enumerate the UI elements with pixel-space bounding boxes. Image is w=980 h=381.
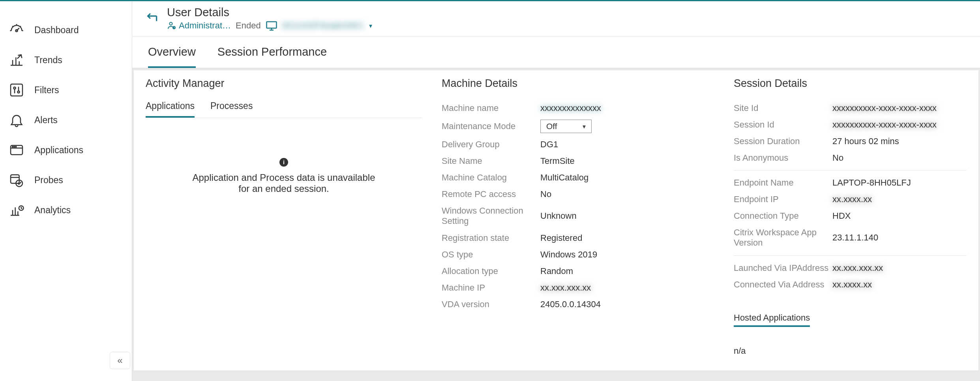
kv-value: Registered	[540, 233, 714, 243]
header-sub: Administrat… Ended I0/1XASP3xiab/v5KC ▾	[167, 21, 372, 31]
sidebar-item-trends[interactable]: Trends	[0, 45, 132, 75]
kv-remote-pc: Remote PC access No	[442, 186, 714, 203]
kv-label: Connection Type	[734, 211, 832, 221]
empty-line1: Application and Process data is unavaila…	[193, 172, 375, 183]
kv-label: VDA version	[442, 299, 540, 310]
kv-endpoint-ip: Endpoint IP xx.xxxx.xx	[734, 191, 967, 208]
svg-rect-13	[266, 22, 276, 28]
kv-value[interactable]: xxxxxxxxxxxxxx	[540, 103, 714, 113]
sidebar: Dashboard Trends Filters Alerts Applicat…	[0, 1, 132, 381]
header-text: User Details Administrat… Ended I0/1XASP…	[167, 6, 372, 31]
kv-value: xx.xxx.xxx.xx	[832, 263, 967, 273]
analytics-icon	[9, 202, 24, 218]
chevron-down-icon[interactable]: ▾	[369, 22, 372, 30]
kv-endpoint-name: Endpoint Name LAPTOP-8HH05LFJ	[734, 175, 967, 191]
kv-value: MultiCatalog	[540, 173, 714, 183]
header: User Details Administrat… Ended I0/1XASP…	[132, 1, 980, 36]
sidebar-item-dashboard[interactable]: Dashboard	[0, 15, 132, 45]
kv-registration-state: Registration state Registered	[442, 230, 714, 246]
kv-session-id: Session Id xxxxxxxxxx-xxxx-xxxx-xxxx	[734, 116, 967, 133]
kv-label: Remote PC access	[442, 189, 540, 199]
subtab-applications[interactable]: Applications	[146, 101, 195, 118]
activity-manager: Activity Manager Applications Processes …	[146, 77, 422, 363]
kv-value: No	[540, 189, 714, 199]
chevron-double-left-icon: «	[117, 355, 122, 366]
kv-label: Delivery Group	[442, 139, 540, 150]
kv-label: Is Anonymous	[734, 153, 832, 163]
kv-label: Machine Catalog	[442, 173, 540, 183]
divider	[734, 170, 967, 171]
kv-label: Session Id	[734, 120, 832, 130]
hosted-applications-tab: Hosted Applications	[734, 313, 967, 327]
kv-value: DG1	[540, 139, 714, 150]
kv-value: xx.xxx.xxx.xx	[540, 283, 714, 293]
activity-subtabs: Applications Processes	[146, 101, 422, 118]
svg-point-5	[12, 146, 13, 147]
hosted-na: n/a	[734, 346, 967, 356]
kv-label: Maintenance Mode	[442, 121, 540, 131]
kv-label: Allocation type	[442, 266, 540, 276]
back-button[interactable]	[143, 10, 160, 27]
kv-label: Machine name	[442, 103, 540, 113]
kv-label: Windows Connection Setting	[442, 206, 540, 227]
select-value: Off	[546, 122, 557, 131]
subtab-processes[interactable]: Processes	[210, 101, 253, 118]
sidebar-item-probes[interactable]: Probes	[0, 165, 132, 195]
svg-point-7	[15, 146, 16, 147]
kv-vda-version: VDA version 2405.0.0.14304	[442, 296, 714, 313]
machine-link[interactable]: I0/1XASP3xiab/v5KC	[282, 21, 364, 31]
divider	[734, 255, 967, 256]
svg-rect-8	[11, 175, 19, 184]
kv-value: Random	[540, 266, 714, 276]
svg-rect-1	[11, 84, 22, 96]
probes-icon	[9, 172, 24, 188]
tab-overview[interactable]: Overview	[148, 37, 196, 68]
kv-label: Connected Via Address	[734, 280, 832, 290]
alerts-icon	[9, 112, 24, 128]
tab-session-performance[interactable]: Session Performance	[217, 37, 327, 68]
sidebar-item-label: Probes	[34, 175, 63, 186]
kv-value: xx.xxxx.xx	[832, 280, 967, 290]
kv-value: 27 hours 02 mins	[832, 136, 967, 146]
kv-label: Site Id	[734, 103, 832, 113]
main: User Details Administrat… Ended I0/1XASP…	[132, 1, 980, 381]
user-link[interactable]: Administrat…	[167, 21, 231, 31]
kv-os-type: OS type Windows 2019	[442, 246, 714, 263]
sidebar-item-alerts[interactable]: Alerts	[0, 105, 132, 135]
chevron-down-icon: ▾	[583, 123, 586, 130]
kv-label: Registration state	[442, 233, 540, 243]
hosted-tab-label[interactable]: Hosted Applications	[734, 313, 810, 327]
info-icon: i	[279, 158, 288, 167]
kv-machine-ip: Machine IP xx.xxx.xxx.xx	[442, 280, 714, 296]
sidebar-item-filters[interactable]: Filters	[0, 75, 132, 105]
kv-is-anonymous: Is Anonymous No	[734, 150, 967, 166]
sidebar-item-analytics[interactable]: Analytics	[0, 195, 132, 225]
kv-value: Windows 2019	[540, 250, 714, 260]
kv-value: Off ▾	[540, 120, 714, 133]
svg-point-3	[18, 91, 20, 93]
empty-line2: for an ended session.	[238, 183, 329, 194]
kv-connection-type: Connection Type HDX	[734, 208, 967, 224]
collapse-sidebar-button[interactable]: «	[110, 352, 130, 369]
sidebar-item-label: Alerts	[34, 115, 58, 126]
svg-point-11	[170, 23, 172, 25]
session-title: Session Details	[734, 77, 967, 92]
status-text: Ended	[236, 21, 261, 31]
activity-title: Activity Manager	[146, 77, 422, 92]
monitor-icon	[266, 21, 277, 31]
kv-value: xxxxxxxxxx-xxxx-xxxx-xxxx	[832, 120, 967, 130]
sidebar-item-applications[interactable]: Applications	[0, 135, 132, 165]
maintenance-mode-select[interactable]: Off ▾	[540, 120, 592, 133]
kv-label: OS type	[442, 250, 540, 260]
trends-icon	[9, 52, 24, 68]
kv-machine-catalog: Machine Catalog MultiCatalog	[442, 169, 714, 186]
activity-empty: i Application and Process data is unavai…	[146, 156, 422, 194]
session-details: Session Details Site Id xxxxxxxxxx-xxxx-…	[734, 77, 967, 363]
kv-allocation-type: Allocation type Random	[442, 263, 714, 280]
kv-label: Endpoint IP	[734, 194, 832, 205]
kv-site-name: Site Name TermSite	[442, 153, 714, 169]
kv-value: No	[832, 153, 967, 163]
machine-title: Machine Details	[442, 77, 714, 92]
content: Activity Manager Applications Processes …	[134, 70, 978, 370]
kv-label: Site Name	[442, 156, 540, 166]
